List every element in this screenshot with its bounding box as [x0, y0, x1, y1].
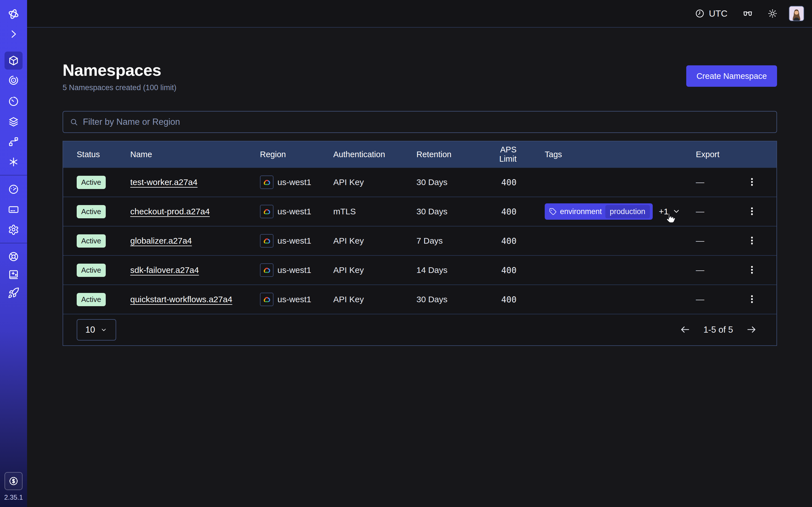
branch-icon [8, 136, 19, 148]
page-size-select[interactable]: 10 [77, 319, 116, 341]
gcp-icon [260, 293, 273, 306]
credits-badge-button[interactable] [4, 472, 22, 490]
column-header-name: Name [130, 150, 260, 159]
sidebar-item-nexus[interactable] [4, 153, 22, 171]
sidebar-expand[interactable] [4, 25, 22, 43]
sidebar-item-namespaces[interactable] [4, 52, 22, 69]
region-name: us-west1 [277, 177, 311, 187]
glasses-icon [742, 8, 753, 19]
sidebar-item-release-notes[interactable] [4, 266, 22, 284]
aps-limit-cell: 400 [481, 295, 516, 304]
sidebar-item-support[interactable] [4, 247, 22, 266]
sidebar-item-schedules[interactable] [4, 93, 22, 110]
namespace-link[interactable]: globalizer.a27a4 [130, 236, 192, 245]
authentication-cell: API Key [333, 177, 416, 187]
chevron-down-icon [100, 326, 107, 334]
retention-cell: 7 Days [416, 236, 481, 245]
app-version: 2.35.1 [0, 494, 27, 501]
retention-cell: 30 Days [416, 295, 481, 304]
tag-value: production [605, 205, 650, 218]
gauge-icon [8, 183, 19, 195]
pager: 1-5 of 5 [680, 324, 757, 336]
column-header-aps-limit: APS Limit [481, 145, 516, 164]
kebab-icon [747, 265, 757, 275]
column-header-status: Status [77, 150, 130, 159]
namespace-link[interactable]: quickstart-workflows.a27a4 [130, 295, 232, 304]
clock-icon [695, 8, 705, 18]
row-menu-button[interactable] [744, 174, 760, 190]
tags-cell: environmentproduction+1 [516, 203, 696, 220]
tag-key: environment [560, 207, 602, 216]
retention-cell: 14 Days [416, 265, 481, 275]
row-menu-button[interactable] [744, 204, 760, 219]
readability-button[interactable] [742, 8, 753, 19]
aps-limit-cell: 400 [481, 236, 516, 246]
sidebar-item-usage[interactable] [4, 180, 22, 198]
row-menu-button[interactable] [744, 262, 760, 278]
cube-icon [8, 55, 19, 66]
sidebar-item-monitor[interactable] [4, 71, 22, 89]
table-header-row: StatusNameRegionAuthenticationRetentionA… [63, 142, 776, 167]
region-cell: us-west1 [260, 175, 333, 189]
region-name: us-west1 [277, 265, 311, 275]
kebab-icon [747, 235, 757, 245]
namespace-link[interactable]: sdk-failover.a27a4 [130, 265, 199, 275]
tags-more-count: +1 [659, 207, 668, 216]
column-header-export: Export [696, 150, 741, 159]
book-sparkle-icon [8, 269, 19, 281]
create-namespace-button[interactable]: Create Namespace [686, 65, 777, 87]
avatar-image [790, 6, 804, 20]
theme-toggle-button[interactable] [767, 8, 777, 18]
region-name: us-west1 [277, 207, 311, 216]
retention-cell: 30 Days [416, 207, 481, 216]
table-row: Activequickstart-workflows.a27a4us-west1… [63, 284, 776, 314]
page-header: Namespaces 5 Namespaces created (100 lim… [63, 61, 777, 93]
next-page-button[interactable] [746, 324, 757, 336]
previous-page-button[interactable] [680, 324, 691, 336]
concentric-rings-icon [8, 74, 19, 86]
authentication-cell: API Key [333, 295, 416, 304]
namespace-link[interactable]: test-worker.a27a4 [130, 177, 197, 187]
user-avatar[interactable] [789, 6, 804, 21]
topbar: UTC [27, 0, 812, 27]
gcp-icon [260, 263, 273, 277]
gcp-icon [260, 205, 273, 218]
row-menu-button[interactable] [744, 291, 760, 307]
table-footer: 10 1-5 of 5 [63, 314, 776, 345]
export-cell: — [696, 265, 741, 275]
sidebar-logo[interactable] [4, 5, 22, 23]
export-cell: — [696, 177, 741, 187]
row-menu-button[interactable] [744, 233, 760, 249]
column-header-authentication: Authentication [333, 150, 416, 159]
arrow-left-icon [680, 324, 691, 335]
lifebuoy-icon [8, 251, 19, 263]
sidebar-item-settings[interactable] [4, 221, 22, 238]
tags-expand-button[interactable] [672, 207, 681, 217]
authentication-cell: API Key [333, 236, 416, 245]
sidebar-item-deployments[interactable] [4, 133, 22, 151]
region-cell: us-west1 [260, 263, 333, 277]
sidebar-item-getting-started[interactable] [4, 284, 22, 302]
main-content: Namespaces 5 Namespaces created (100 lim… [27, 28, 812, 507]
region-name: us-west1 [277, 236, 311, 245]
filter-input[interactable] [83, 117, 770, 127]
timezone-button[interactable]: UTC [695, 8, 727, 19]
table-row: Activesdk-failover.a27a4us-west1API Key1… [63, 255, 776, 284]
authentication-cell: mTLS [333, 207, 416, 216]
rocket-icon [8, 287, 19, 299]
page-range-label: 1-5 of 5 [703, 325, 733, 335]
tag-pill[interactable]: environmentproduction [545, 203, 653, 220]
namespaces-table: StatusNameRegionAuthenticationRetentionA… [63, 141, 777, 346]
region-cell: us-west1 [260, 293, 333, 306]
namespace-link[interactable]: checkout-prod.a27a4 [130, 207, 210, 216]
column-header-retention: Retention [416, 150, 481, 159]
export-cell: — [696, 295, 741, 304]
page-title: Namespaces [63, 61, 176, 79]
region-name: us-west1 [277, 295, 311, 304]
gcp-icon [260, 175, 273, 189]
sidebar-item-billing[interactable] [4, 201, 22, 219]
export-cell: — [696, 207, 741, 216]
aps-limit-cell: 400 [481, 207, 516, 217]
layers-icon [8, 116, 19, 128]
sidebar-item-stacks[interactable] [4, 113, 22, 131]
